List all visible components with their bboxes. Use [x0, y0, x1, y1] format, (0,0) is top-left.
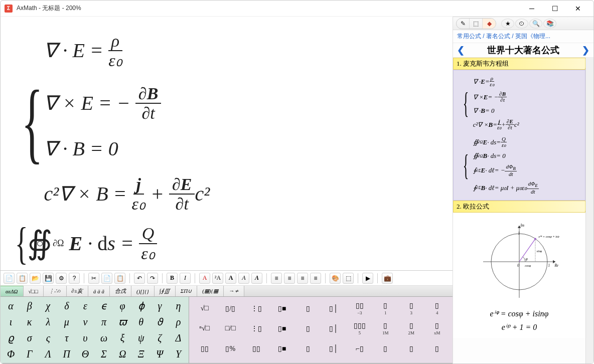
tb-new-icon[interactable]: 📄	[4, 273, 15, 284]
greek-π[interactable]: π	[94, 314, 113, 330]
rt-grid-icon[interactable]: ⬚	[470, 19, 483, 29]
play-button[interactable]: ▶	[362, 273, 373, 284]
greek-ϖ[interactable]: ϖ	[113, 314, 132, 330]
greek-Ψ[interactable]: Ψ	[151, 346, 169, 362]
greek-σ[interactable]: σ	[20, 330, 39, 346]
layout-item-16[interactable]: ▯▯▯5	[347, 319, 372, 338]
right-scrollbar[interactable]	[585, 58, 593, 363]
greek-γ[interactable]: γ	[151, 298, 169, 314]
layout-item-26[interactable]: ⌐▯	[347, 339, 372, 358]
section-1-header[interactable]: 1. 麦克斯韦方程组	[453, 58, 585, 70]
layout-item-1[interactable]: ▯/▯	[218, 299, 243, 318]
rt-search-icon[interactable]: 🔍	[529, 19, 542, 29]
layout-item-15[interactable]: ▯│	[322, 319, 347, 338]
align-right-button[interactable]: ≡	[297, 273, 308, 284]
section-2-header[interactable]: 2. 欧拉公式	[453, 201, 585, 213]
greek-λ[interactable]: λ	[39, 314, 57, 330]
layout-item-2[interactable]: ⋮▯	[244, 299, 269, 318]
align-left-button[interactable]: ≡	[271, 273, 282, 284]
greek-ς[interactable]: ς	[39, 330, 57, 346]
tab-ops[interactable]: ∂±亥	[67, 286, 88, 296]
rt-star-icon[interactable]: ★	[501, 19, 514, 29]
bold-button[interactable]: B	[167, 273, 178, 284]
greek-κ[interactable]: κ	[20, 314, 39, 330]
greek-ϱ[interactable]: ϱ	[2, 330, 20, 346]
color-button[interactable]: 🎨	[330, 273, 341, 284]
tab-bigops[interactable]: ΣΠ∪	[176, 286, 197, 296]
layout-item-13[interactable]: ▯■	[270, 319, 295, 338]
greek-δ[interactable]: δ	[57, 298, 76, 314]
greek-χ[interactable]: χ	[39, 298, 57, 314]
greek-Θ[interactable]: Θ	[76, 346, 94, 362]
tab-arrows[interactable]: →≁	[224, 286, 244, 296]
tb-copy-icon[interactable]: 📋	[17, 273, 28, 284]
layout-item-28[interactable]: ▯	[399, 339, 424, 358]
greek-ι[interactable]: ι	[2, 314, 20, 330]
greek-ε[interactable]: ε	[76, 298, 94, 314]
greek-μ[interactable]: μ	[57, 314, 76, 330]
greek-Σ[interactable]: Σ	[94, 346, 113, 362]
tab-matrix[interactable]: (▦){▦	[197, 286, 224, 296]
tb-cut-icon[interactable]: ✂	[88, 273, 99, 284]
layout-item-3[interactable]: ▯■	[270, 299, 295, 318]
nav-prev-button[interactable]: ❮	[457, 45, 465, 56]
equation-editor[interactable]: { ∇ · E = ρε₀ ∇ × E = − ∂B∂t ∇ · B = 0 c…	[1, 17, 453, 270]
greek-ϵ[interactable]: ϵ	[94, 298, 113, 314]
greek-η[interactable]: η	[169, 298, 188, 314]
layout-item-8[interactable]: ▯3	[399, 299, 424, 318]
style-a2-button[interactable]: ²A	[212, 273, 223, 284]
rt-edit-icon[interactable]: ✎	[457, 19, 470, 29]
greek-υ[interactable]: υ	[76, 330, 94, 346]
tab-greek[interactable]: αεΔΩ	[1, 286, 24, 296]
maximize-button[interactable]: ☐	[543, 1, 566, 16]
layout-item-4[interactable]: ▯	[295, 299, 321, 318]
greek-Ω[interactable]: Ω	[113, 346, 132, 362]
greek-Ξ[interactable]: Ξ	[132, 346, 151, 362]
tb-help-icon[interactable]: ?	[69, 273, 80, 284]
rt-book-icon[interactable]: 📚	[543, 19, 556, 29]
greek-Λ[interactable]: Λ	[39, 346, 57, 362]
rt-clock-icon[interactable]: ⏲	[515, 19, 528, 29]
breadcrumb[interactable]: 常用公式 / 著名公式 / 英国《物理...	[453, 30, 593, 43]
tb-redo-icon[interactable]: ↷	[147, 273, 158, 284]
italic-button[interactable]: I	[180, 273, 191, 284]
layout-item-5[interactable]: ▯│	[322, 299, 347, 318]
greek-α[interactable]: α	[2, 298, 20, 314]
toolbox-button[interactable]: 💼	[382, 273, 393, 284]
layout-item-25[interactable]: ▯│	[322, 339, 347, 358]
greek-θ[interactable]: θ	[132, 314, 151, 330]
style-a3-button[interactable]: A	[225, 273, 236, 284]
tb-copy2-icon[interactable]: 📄	[101, 273, 112, 284]
right-content[interactable]: 1. 麦克斯韦方程组 { ∇ · E = ρε₀ ∇ × E = − ∂B∂t …	[453, 58, 585, 363]
tab-dots[interactable]: ⋮∴○	[44, 286, 67, 296]
layout-item-9[interactable]: ▯4	[425, 299, 450, 318]
layout-item-29[interactable]: ▯	[425, 339, 450, 358]
style-a4-button[interactable]: A	[238, 273, 249, 284]
align-center-button[interactable]: ≡	[284, 273, 295, 284]
greek-ω[interactable]: ω	[94, 330, 113, 346]
tb-settings-icon[interactable]: ⚙	[56, 273, 67, 284]
layout-item-21[interactable]: ▯%	[218, 339, 243, 358]
greek-τ[interactable]: τ	[57, 330, 76, 346]
minimize-button[interactable]: ─	[520, 1, 543, 16]
nav-next-button[interactable]: ❯	[582, 45, 589, 56]
layout-item-24[interactable]: ▯	[295, 339, 321, 358]
greek-ζ[interactable]: ζ	[151, 330, 169, 346]
tb-save-icon[interactable]: 💾	[43, 273, 54, 284]
tab-cjk[interactable]: 合戊	[110, 286, 131, 296]
layout-item-27[interactable]: ▯	[373, 339, 398, 358]
greek-Π[interactable]: Π	[57, 346, 76, 362]
layout-item-6[interactable]: ▯▯−3	[347, 299, 372, 318]
tab-brackets[interactable]: ()[]{}	[131, 286, 155, 296]
tb-paste-icon[interactable]: 📋	[114, 273, 125, 284]
tb-undo-icon[interactable]: ↶	[134, 273, 145, 284]
align-justify-button[interactable]: ≡	[310, 273, 321, 284]
tab-accents[interactable]: â ä ã	[88, 286, 110, 296]
layout-item-12[interactable]: ⋮▯	[244, 319, 269, 338]
greek-Δ[interactable]: Δ	[169, 330, 188, 346]
section-2-block[interactable]: Im Re 0 1 1 φ sinφ cosφ eⁱᵠ = cosφ + isi…	[453, 213, 585, 338]
greek-φ[interactable]: φ	[113, 298, 132, 314]
close-button[interactable]: ✕	[566, 1, 589, 16]
layout-item-19[interactable]: ▯xM	[425, 319, 450, 338]
greek-ϑ[interactable]: ϑ	[151, 314, 169, 330]
